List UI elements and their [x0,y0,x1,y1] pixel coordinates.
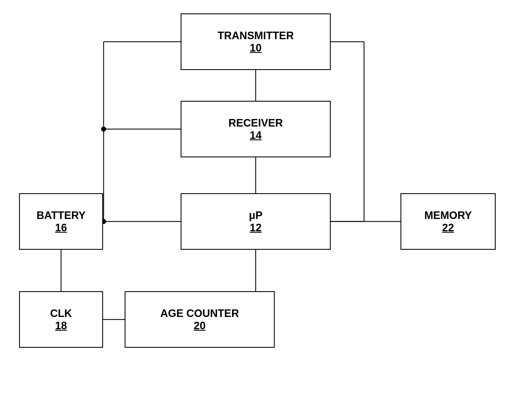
receiver-block: RECEIVER 14 [181,101,331,157]
receiver-number: 14 [250,129,262,141]
block-diagram: TRANSMITTER 10 RECEIVER 14 μP 12 MEMORY … [0,0,515,420]
transmitter-block: TRANSMITTER 10 [181,13,331,70]
age-counter-label: AGE COUNTER [160,307,239,320]
clk-label: CLK [50,307,72,320]
battery-label: BATTERY [36,209,85,222]
clk-block: CLK 18 [19,291,103,348]
junction-dot-receiver [101,127,106,132]
memory-label: MEMORY [424,209,472,222]
transmitter-label: TRANSMITTER [218,29,294,42]
age-counter-number: 20 [194,320,206,332]
memory-number: 22 [442,222,454,234]
clk-number: 18 [55,320,67,332]
receiver-label: RECEIVER [229,117,283,130]
microprocessor-label: μP [249,209,263,222]
age-counter-block: AGE COUNTER 20 [125,291,275,348]
microprocessor-block: μP 12 [181,193,331,250]
transmitter-number: 10 [250,42,262,54]
memory-block: MEMORY 22 [400,193,496,250]
battery-number: 16 [55,222,67,234]
microprocessor-number: 12 [250,222,262,234]
battery-block: BATTERY 16 [19,193,103,250]
